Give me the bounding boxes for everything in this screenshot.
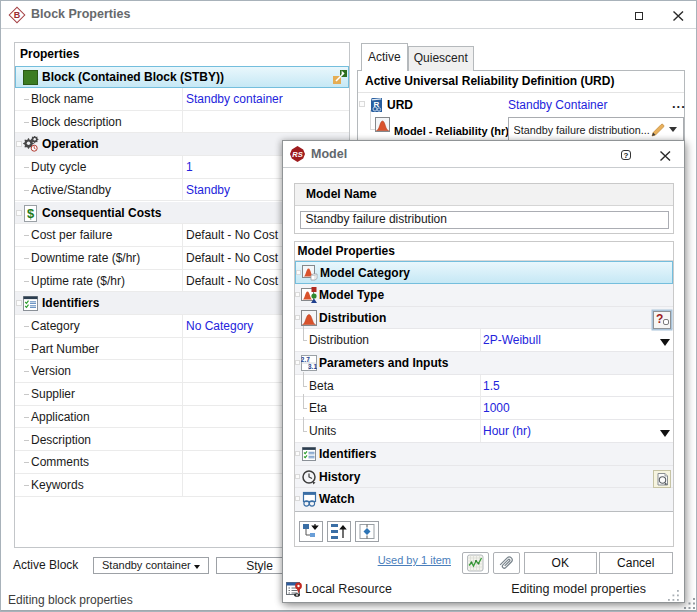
svg-text:3.1: 3.1 xyxy=(308,363,317,370)
svg-text:RS: RS xyxy=(292,150,302,159)
svg-text:2.7: 2.7 xyxy=(301,355,310,362)
svg-text:$: $ xyxy=(27,206,35,221)
